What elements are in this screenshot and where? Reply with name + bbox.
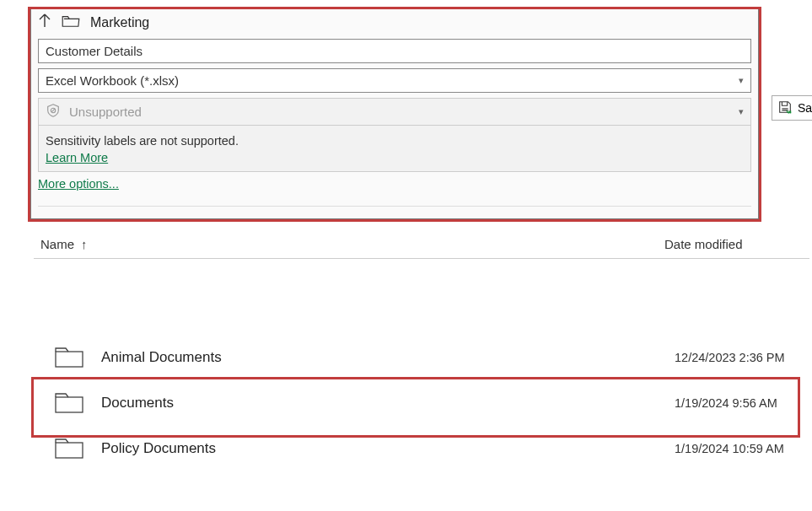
column-date-header[interactable]: Date modified	[664, 237, 809, 251]
chevron-down-icon: ▾	[739, 106, 744, 117]
row-date: 12/24/2023 2:36 PM	[675, 351, 785, 364]
filetype-selected: Excel Workbook (*.xlsx)	[46, 73, 179, 88]
row-name: Animal Documents	[101, 349, 675, 366]
breadcrumb: Marketing	[31, 9, 758, 37]
svg-rect-2	[56, 352, 83, 367]
row-date: 1/19/2024 10:59 AM	[675, 442, 784, 455]
row-name: Documents	[101, 395, 675, 411]
list-item[interactable]: Animal Documents 12/24/2023 2:36 PM	[34, 335, 809, 380]
column-name-header[interactable]: Name ↑	[40, 237, 664, 251]
sensitivity-select[interactable]: Unsupported ▾	[38, 98, 751, 126]
folder-icon	[54, 392, 84, 414]
filetype-select[interactable]: Excel Workbook (*.xlsx) ▾	[38, 68, 751, 93]
svg-rect-3	[56, 397, 83, 412]
svg-line-1	[51, 109, 55, 112]
save-button-label: Sa	[798, 101, 812, 115]
list-item[interactable]: Documents 1/19/2024 9:56 AM	[34, 380, 809, 426]
svg-rect-4	[56, 443, 83, 458]
row-date: 1/19/2024 9:56 AM	[675, 396, 777, 410]
save-icon	[777, 100, 793, 117]
learn-more-link[interactable]: Learn More	[46, 151, 108, 164]
up-arrow-icon[interactable]	[38, 13, 51, 32]
more-options-link[interactable]: More options...	[31, 172, 126, 206]
folder-icon	[54, 347, 84, 368]
row-name: Policy Documents	[101, 440, 675, 457]
sensitivity-label: Unsupported	[69, 105, 142, 119]
list-item[interactable]: Policy Documents 1/19/2024 10:59 AM	[34, 426, 809, 471]
filename-input[interactable]	[38, 39, 751, 63]
chevron-down-icon: ▾	[739, 75, 744, 86]
file-list: Name ↑ Date modified Animal Documents 12…	[34, 232, 809, 471]
breadcrumb-current[interactable]: Marketing	[90, 15, 149, 30]
folder-open-icon	[62, 14, 80, 31]
list-header: Name ↑ Date modified	[34, 232, 809, 259]
sort-ascending-icon: ↑	[81, 237, 88, 251]
sensitivity-message-box: Sensitivity labels are not supported. Le…	[38, 126, 751, 172]
save-button[interactable]: Sa	[772, 95, 812, 121]
sensitivity-message-text: Sensitivity labels are not supported.	[46, 134, 744, 148]
shield-icon	[46, 103, 61, 121]
save-panel: Marketing Excel Workbook (*.xlsx) ▾ Unsu…	[28, 7, 761, 222]
folder-icon	[54, 438, 84, 460]
